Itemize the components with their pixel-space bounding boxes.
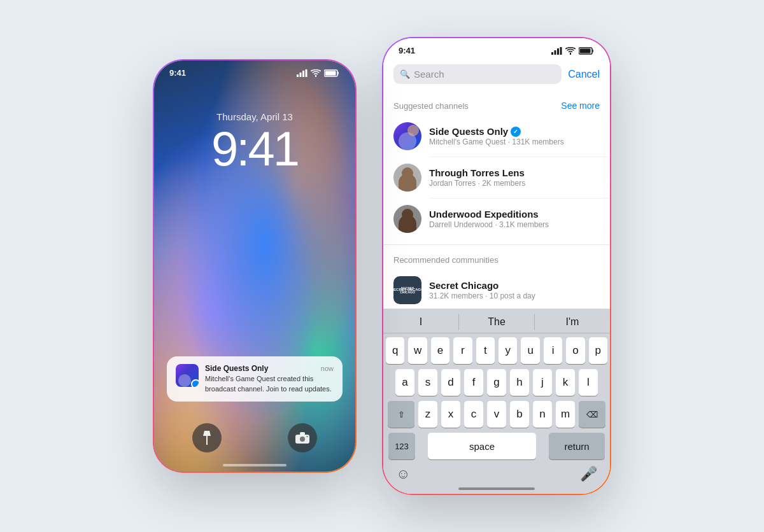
status-icons-right: [551, 47, 595, 55]
key-n[interactable]: n: [533, 401, 552, 428]
community-avatar-secret-chicago: SECRETCHICAGO: [393, 276, 421, 304]
channel-info-underwood: Underwood Expeditions Darrell Underwood …: [429, 209, 600, 229]
channel-info-side-quests: Side Quests Only ✓ Mitchell's Game Quest…: [429, 126, 600, 146]
flashlight-button[interactable]: [192, 423, 222, 452]
autocorrect-item-1[interactable]: I: [383, 314, 459, 330]
key-x[interactable]: x: [441, 401, 460, 428]
key-r[interactable]: r: [453, 337, 472, 364]
key-h[interactable]: h: [510, 369, 529, 396]
space-key[interactable]: space: [428, 433, 536, 459]
notif-header: Side Quests Only now: [205, 364, 334, 373]
channel-item-torres[interactable]: Through Torres Lens Jordan Torres · 2K m…: [383, 157, 610, 198]
shift-key[interactable]: ⇧: [388, 401, 414, 428]
keyboard-row-2: a s d f g h j k l: [386, 369, 607, 396]
backspace-key[interactable]: ⌫: [579, 401, 605, 428]
keyboard-row-1: q w e r t y u i o p: [386, 337, 607, 364]
key-v[interactable]: v: [487, 401, 506, 428]
key-e[interactable]: e: [431, 337, 449, 364]
home-indicator-left: [223, 464, 286, 466]
key-a[interactable]: a: [395, 369, 414, 396]
keyboard-rows: q w e r t y u i o p a s: [383, 333, 610, 462]
community-name-secret-chicago: Secret Chicago: [429, 280, 600, 291]
svg-point-8: [301, 438, 304, 441]
home-bar: [458, 487, 535, 490]
home-indicator-right: [383, 487, 610, 494]
see-more-button[interactable]: See more: [561, 101, 600, 111]
battery-icon: [324, 69, 340, 77]
left-time: 9:41: [169, 68, 186, 78]
key-q[interactable]: q: [386, 337, 404, 364]
left-phone: 9:41: [153, 59, 357, 473]
return-key[interactable]: return: [549, 433, 605, 459]
svg-rect-2: [302, 71, 304, 77]
key-g[interactable]: g: [487, 369, 506, 396]
scene: 9:41: [127, 11, 637, 521]
camera-icon: [295, 432, 309, 444]
svg-rect-13: [557, 48, 559, 55]
emoji-icon[interactable]: ☺: [396, 466, 410, 482]
num-key[interactable]: 123: [388, 433, 415, 459]
signal-icon: [297, 69, 308, 77]
notif-content: Side Quests Only now Mitchell's Game Que…: [205, 364, 334, 394]
key-c[interactable]: c: [464, 401, 483, 428]
svg-rect-11: [551, 52, 553, 55]
key-k[interactable]: k: [556, 369, 575, 396]
wifi-icon-right: [565, 47, 576, 55]
channel-name-torres: Through Torres Lens: [429, 167, 600, 178]
key-m[interactable]: m: [556, 401, 575, 428]
key-z[interactable]: z: [418, 401, 437, 428]
channel-sub-torres: Jordan Torres · 2K members: [429, 179, 600, 188]
lock-time: 9:41: [154, 125, 355, 173]
status-icons-left: [297, 69, 340, 77]
camera-button[interactable]: [288, 423, 317, 452]
key-y[interactable]: y: [499, 337, 517, 364]
channel-sub-underwood: Darrell Underwood · 3.1K members: [429, 220, 600, 229]
channel-avatar-underwood: [393, 205, 421, 233]
signal-icon-right: [551, 47, 562, 55]
status-bar-left: 9:41: [154, 60, 355, 78]
mic-icon[interactable]: 🎤: [580, 466, 597, 482]
search-icon: 🔍: [400, 69, 410, 79]
bottom-bar-left: [154, 423, 355, 452]
search-placeholder: Search: [414, 69, 444, 80]
right-time: 9:41: [399, 46, 415, 55]
key-p[interactable]: p: [589, 337, 607, 364]
key-f[interactable]: f: [464, 369, 483, 396]
community-item-secret-chicago[interactable]: SECRETCHICAGO Secret Chicago 31.2K membe…: [383, 270, 610, 309]
content-area: Suggested channels See more Side Quests …: [383, 90, 610, 309]
channel-sub-side-quests: Mitchell's Game Quest · 131K members: [429, 137, 600, 146]
community-info-secret-chicago: Secret Chicago 31.2K members · 10 post a…: [429, 280, 600, 300]
notif-time: now: [321, 365, 334, 372]
channel-item-side-quests[interactable]: Side Quests Only ✓ Mitchell's Game Quest…: [383, 116, 610, 157]
key-b[interactable]: b: [510, 401, 529, 428]
key-o[interactable]: o: [566, 337, 584, 364]
autocorrect-item-3[interactable]: I'm: [535, 314, 610, 330]
flashlight-icon: [202, 431, 212, 445]
key-s[interactable]: s: [418, 369, 437, 396]
svg-rect-0: [297, 74, 299, 77]
key-t[interactable]: t: [476, 337, 495, 364]
channel-avatar-side-quests: [393, 122, 421, 150]
key-u[interactable]: u: [521, 337, 539, 364]
key-w[interactable]: w: [408, 337, 427, 364]
keyboard-row-3: ⇧ z x c v b n m ⌫: [386, 401, 607, 428]
keyboard-row-4: 123 space return: [386, 433, 607, 461]
key-i[interactable]: i: [544, 337, 562, 364]
key-l[interactable]: l: [579, 369, 598, 396]
search-bar-area: 🔍 Search Cancel: [383, 60, 610, 90]
channel-name-underwood: Underwood Expeditions: [429, 209, 600, 220]
svg-rect-9: [300, 432, 305, 435]
autocorrect-item-2[interactable]: The: [459, 314, 535, 330]
channel-name-side-quests: Side Quests Only ✓: [429, 126, 600, 137]
kb-emoji-row: ☺ 🎤: [383, 462, 610, 487]
key-j[interactable]: j: [533, 369, 552, 396]
channel-item-underwood[interactable]: Underwood Expeditions Darrell Underwood …: [383, 199, 610, 239]
notification-card[interactable]: Side Quests Only now Mitchell's Game Que…: [167, 356, 343, 402]
svg-rect-3: [306, 69, 308, 77]
search-input-wrap[interactable]: 🔍 Search: [393, 64, 562, 84]
lock-date-text: Thursday, April 13: [154, 111, 355, 122]
right-phone: 9:41: [382, 37, 611, 495]
key-d[interactable]: d: [441, 369, 460, 396]
suggested-channels-title: Suggested channels: [393, 101, 469, 111]
cancel-button[interactable]: Cancel: [568, 69, 600, 80]
